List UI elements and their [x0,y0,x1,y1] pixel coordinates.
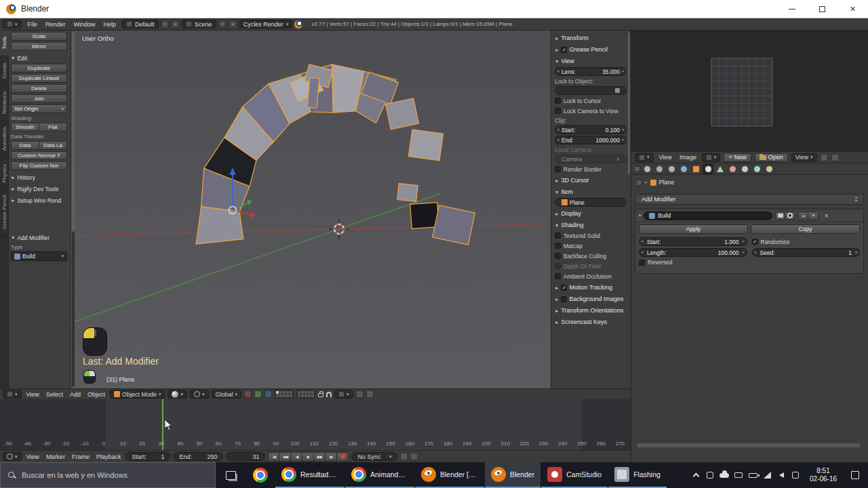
apply-button[interactable]: Apply [639,224,748,234]
menu-object[interactable]: Object [85,391,107,398]
move-modifier-up-button[interactable]: ▴ [798,211,808,220]
panel-screencast-keys[interactable]: ►Screencast Keys [555,317,627,327]
minimize-button[interactable] [776,0,807,18]
checkbox-ambient-occlusion[interactable] [555,273,561,279]
panel-transform-orientations[interactable]: ►Transform Orientations [555,305,627,316]
tool-tab-create[interactable]: Create [0,56,9,85]
properties-tab-physics-icon[interactable] [764,164,774,174]
modifier-start-slider[interactable]: ◂ Start: 1.000 ▸ [639,237,747,246]
menu-select[interactable]: Select [44,391,65,398]
layer-dot[interactable] [304,394,307,397]
editor-type-selector[interactable]: ▾ [635,153,654,162]
button-mirror[interactable]: Mirror [11,42,67,51]
render-visibility-toggle[interactable] [775,211,785,220]
menu-render[interactable]: Render [41,20,70,29]
properties-tab-material-icon[interactable] [727,164,738,174]
decrease-icon[interactable]: ◂ [641,249,644,255]
tool-shelf-scrollbar[interactable] [72,32,75,387]
next-keyframe-button[interactable]: ▶▶ [314,452,326,462]
increase-icon[interactable]: ▸ [622,127,625,132]
audio-scrub-icon[interactable] [400,453,408,460]
onedrive-icon[interactable] [717,466,732,484]
panel-header-setup-wire-rend[interactable]: ►Setup Wire Rend [11,196,67,205]
increase-icon[interactable]: ▸ [743,249,745,255]
editor-type-selector[interactable]: ▾ [3,20,22,28]
checkbox-lock-camera-to-view[interactable] [555,108,561,114]
context-icon[interactable] [636,180,642,186]
checkbox-backface-culling[interactable] [555,253,561,259]
tray-app-icon[interactable] [789,466,803,484]
option-lock-camera-to-view[interactable]: Lock Camera to View [555,106,627,116]
option-render-border[interactable]: Render Border [555,164,627,174]
properties-tab-world-icon[interactable] [678,164,689,174]
checkbox-depth-of-field[interactable] [555,263,561,269]
properties-tab-scene-icon[interactable] [666,164,677,174]
panel-view[interactable]: ▼View [555,56,627,66]
properties-tab-object-data-icon[interactable] [715,164,726,174]
tool-tab-grease-pencil[interactable]: Grease Pencil [0,189,9,236]
panel-item[interactable]: ▼Item [555,186,627,197]
reversed-checkbox[interactable] [639,260,645,266]
increase-icon[interactable]: ▸ [743,239,745,244]
record-button[interactable] [337,452,349,462]
option-backface-culling[interactable]: Backface Culling [555,251,627,261]
panel-motion-tracking[interactable]: ►✓Motion Tracking [555,282,627,293]
transform-orientation-selector[interactable]: Global▾ [212,390,242,399]
render-opengl-icon[interactable] [356,390,363,398]
checkbox-lock-to-cursor[interactable] [555,98,561,104]
jump-to-end-button[interactable]: ▶| [326,452,337,462]
timeline-editor[interactable]: -50-40-30-20-100102030405060708090100110… [0,399,631,450]
properties-tab-texture-icon[interactable] [739,164,750,174]
menu-window[interactable]: Window [70,20,100,29]
option-depth-of-field[interactable]: Depth Of Field [555,261,627,271]
snap-element-selector[interactable]: ▾ [334,390,353,399]
reversed-option[interactable]: Reversed [639,259,747,266]
decrease-icon[interactable]: ◂ [641,239,644,244]
3d-viewport[interactable]: User Ortho Last: Add Modifier (31) Plane [0,30,631,388]
layers-widget[interactable] [275,390,294,399]
increase-icon[interactable]: ▸ [855,249,858,255]
taskbar-app-blender-c[interactable]: Blender [C... [415,462,484,488]
editor-type-selector[interactable]: ▾ [3,390,22,399]
add-layout-button[interactable]: + [161,20,170,28]
button-flip-custom-nor[interactable]: Flip Custom Nor [11,161,67,170]
manipulator-g-icon[interactable] [254,390,262,398]
taskbar-app-resultados[interactable]: Resultados... [275,462,344,488]
increase-icon[interactable]: ▸ [622,137,625,142]
panel-shading[interactable]: ▼Shading [555,220,627,230]
layer-dot[interactable] [298,394,300,397]
slider-end[interactable]: ◂End:1000.000▸ [555,136,627,144]
properties-tab-render-icon[interactable] [642,164,652,174]
menu-file[interactable]: File [24,20,42,29]
image-editor-area[interactable] [631,30,868,152]
pivot-point-selector[interactable]: ▾ [190,390,209,399]
option-matcap[interactable]: Matcap [555,241,627,251]
layer-dot[interactable] [276,394,279,397]
interaction-mode-selector[interactable]: Object Mode▾ [110,390,165,399]
button-duplicate-linked[interactable]: Duplicate Linked [11,74,67,83]
panel-grease-pencil[interactable]: ►✓Grease Pencil [555,44,627,55]
new-image-button[interactable]: + New [724,153,751,162]
add-modifier-dropdown[interactable]: Add Modifier ▴▾ [635,194,864,205]
menu-view[interactable]: View [24,391,41,398]
button-delete[interactable]: Delete [11,84,67,93]
viewport-visibility-toggle[interactable] [785,211,795,220]
view-mode-dropdown[interactable]: View ▾ [791,153,817,162]
expand-triangle-icon[interactable]: ▾ [639,213,641,218]
dropdown-set-origin[interactable]: Set Origin▾ [11,104,67,113]
randomize-checkbox[interactable]: ✓ [752,239,758,245]
network-icon[interactable] [760,466,774,484]
randomize-option[interactable]: ✓ Randomize [752,237,861,246]
menu-image[interactable]: Image [677,154,698,161]
layer-dot[interactable] [308,394,311,397]
move-modifier-down-button[interactable]: ▾ [808,211,818,220]
panel-header-add-modifier[interactable]: ▼Add Modifier [11,233,67,242]
menu-view[interactable]: View [657,154,674,161]
action-center-button[interactable] [844,471,867,479]
properties-header-icon[interactable] [634,166,640,172]
layer-dot[interactable] [276,391,279,394]
layer-dot[interactable] [311,394,314,397]
taskbar-search[interactable]: Buscar en la web y en Windows [0,462,216,488]
tray-app-icon[interactable] [703,466,717,484]
previous-keyframe-button[interactable]: ◀◀ [279,452,291,462]
